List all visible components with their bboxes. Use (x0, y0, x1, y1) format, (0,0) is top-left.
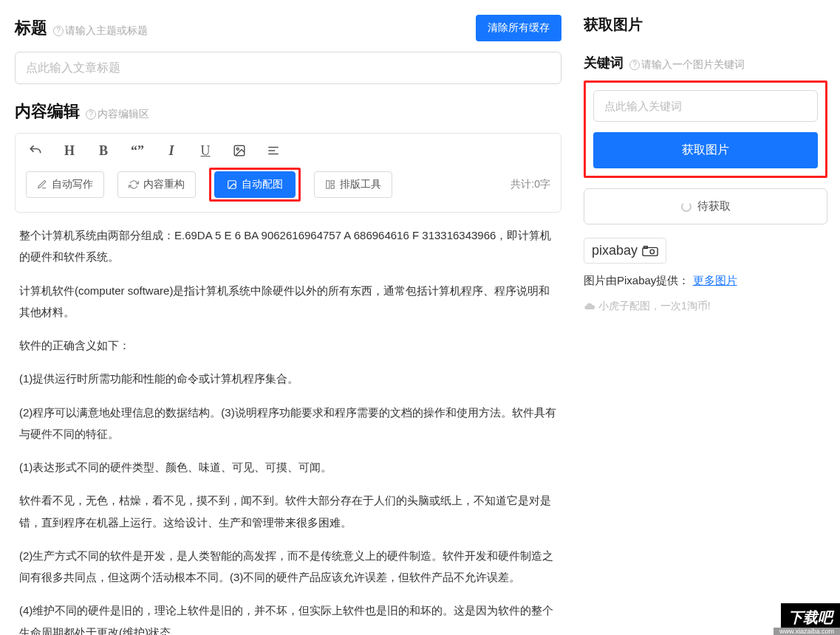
credit-prefix: 图片由Pixabay提供： (584, 274, 689, 286)
content-paragraph: (1)表达形式不同的硬件类型、颜色、味道、可见、可摸、可闻。 (19, 456, 557, 478)
svg-rect-7 (331, 181, 334, 184)
clear-cache-button[interactable]: 清除所有缓存 (476, 15, 561, 41)
watermark-sub: www.xiazaiba.com (774, 628, 840, 635)
title-input[interactable] (15, 52, 561, 84)
footer-text: 小虎子配图，一次1淘币! (598, 300, 711, 313)
undo-icon[interactable] (27, 143, 44, 159)
editor-toolbar: H B “” I U 自动写作 内容重构 (15, 133, 561, 213)
refresh-icon (129, 179, 139, 190)
edit-hint: ? 内容编辑区 (86, 108, 149, 121)
fetch-image-button[interactable]: 获取图片 (593, 132, 818, 168)
content-paragraph: 整个计算机系统由两部分组成：E.69DA 5 E 6 BA 9062616964… (19, 224, 557, 268)
help-icon: ? (53, 26, 64, 36)
help-icon: ? (86, 109, 96, 120)
keyword-text: 关键词 (584, 54, 624, 72)
content-paragraph: (4)维护不同的硬件是旧的，理论上软件是旧的，并不坏，但实际上软件也是旧的和坏的… (19, 600, 557, 635)
format-row: H B “” I U (26, 134, 550, 168)
title-header: 标题 ? 请输入主题或标题 清除所有缓存 (15, 15, 561, 41)
highlight-box: 自动配图 (209, 168, 301, 202)
credit-line: 图片由Pixabay提供： 更多图片 (584, 274, 827, 288)
watermark: 下载吧 (781, 603, 840, 629)
restructure-label: 内容重构 (143, 178, 185, 191)
action-row: 自动写作 内容重构 自动配图 排版工具 (26, 168, 550, 202)
edit-hint-text: 内容编辑区 (98, 108, 149, 121)
italic-icon[interactable]: I (163, 143, 180, 159)
content-paragraph: (2)生产方式不同的软件是开发，是人类智能的高发挥，而不是传统意义上的硬件制造。… (19, 545, 557, 588)
footer-note: 小虎子配图，一次1淘币! (584, 300, 827, 313)
image-icon[interactable] (231, 143, 247, 159)
layout-tool-label: 排版工具 (340, 178, 381, 191)
keyword-input[interactable] (593, 90, 818, 122)
layout-icon (325, 179, 335, 190)
auto-image-label: 自动配图 (242, 178, 283, 191)
help-icon: ? (629, 60, 640, 70)
title-hint: ? 请输入主题或标题 (53, 24, 148, 38)
picture-icon (227, 179, 237, 190)
title-hint-text: 请输入主题或标题 (65, 24, 148, 38)
keyword-hint: ? 请输入一个图片关键词 (629, 58, 745, 72)
title-label: 标题 ? 请输入主题或标题 (15, 17, 148, 39)
svg-point-10 (650, 250, 655, 254)
edit-label: 内容编辑 ? 内容编辑区 (15, 100, 561, 123)
word-count: 共计:0字 (511, 178, 550, 191)
auto-write-label: 自动写作 (52, 178, 93, 191)
layout-tool-button[interactable]: 排版工具 (314, 171, 392, 198)
content-paragraph: 软件的正确含义如下： (19, 334, 557, 356)
content-paragraph: 软件看不见，无色，枯燥，看不见，摸不到，闻不到。软件大部分存在于人们的头脑或纸上… (19, 490, 557, 533)
auto-write-button[interactable]: 自动写作 (26, 171, 104, 198)
editor-content[interactable]: 整个计算机系统由两部分组成：E.69DA 5 E 6 BA 9062616964… (15, 224, 561, 635)
pencil-icon (37, 179, 47, 190)
edit-section: 内容编辑 ? 内容编辑区 H B “” I U (15, 100, 561, 635)
svg-rect-6 (327, 181, 329, 189)
heading-icon[interactable]: H (61, 143, 78, 159)
svg-rect-8 (331, 185, 334, 188)
fetch-title: 获取图片 (584, 15, 827, 35)
keyword-highlight-box: 获取图片 (584, 80, 827, 178)
content-paragraph: (1)提供运行时所需功能和性能的命令或计算机程序集合。 (19, 368, 557, 389)
content-paragraph: (2)程序可以满意地处理信息的数据结构。(3)说明程序功能要求和程序需要的文档的… (19, 402, 557, 445)
cloud-icon (584, 301, 595, 312)
restructure-button[interactable]: 内容重构 (117, 171, 196, 198)
underline-icon[interactable]: U (197, 143, 214, 159)
content-paragraph: 计算机软件(computer software)是指计算机系统中除硬件以外的所有… (19, 280, 557, 323)
align-icon[interactable] (265, 143, 281, 159)
title-text: 标题 (15, 17, 47, 39)
pixabay-text: pixabay (592, 243, 638, 258)
keyword-section: 关键词 ? 请输入一个图片关键词 获取图片 待获取 pixabay 图片由Pix… (584, 54, 827, 313)
pending-label: 待获取 (697, 199, 731, 213)
sidebar: 获取图片 关键词 ? 请输入一个图片关键词 获取图片 待获取 pixabay (584, 15, 827, 635)
auto-image-button[interactable]: 自动配图 (214, 171, 296, 198)
edit-text: 内容编辑 (15, 100, 80, 123)
bold-icon[interactable]: B (95, 143, 112, 159)
quote-icon[interactable]: “” (129, 143, 146, 159)
camera-icon (642, 245, 658, 257)
spinner-icon (681, 202, 692, 212)
keyword-hint-text: 请输入一个图片关键词 (641, 58, 745, 72)
more-images-link[interactable]: 更多图片 (693, 274, 737, 286)
main-column: 标题 ? 请输入主题或标题 清除所有缓存 内容编辑 ? 内容编辑区 (15, 15, 561, 635)
keyword-label: 关键词 ? 请输入一个图片关键词 (584, 54, 827, 72)
svg-point-1 (236, 148, 239, 150)
pending-button[interactable]: 待获取 (584, 188, 827, 224)
pixabay-badge: pixabay (584, 238, 666, 264)
